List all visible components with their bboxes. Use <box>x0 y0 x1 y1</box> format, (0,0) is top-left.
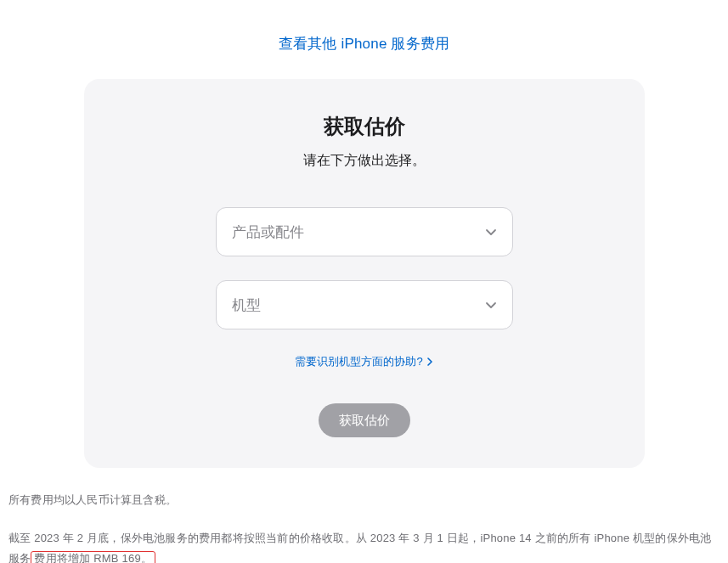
help-link-label: 需要识别机型方面的协助? <box>295 354 422 369</box>
product-select-placeholder: 产品或配件 <box>232 222 304 242</box>
product-select[interactable]: 产品或配件 <box>216 207 513 256</box>
card-subtitle: 请在下方做出选择。 <box>127 152 602 170</box>
chevron-down-icon <box>485 226 497 238</box>
price-increase-highlight: 费用将增加 RMB 169。 <box>31 551 155 563</box>
get-estimate-button[interactable]: 获取估价 <box>319 403 410 437</box>
model-select-placeholder: 机型 <box>232 296 261 315</box>
identify-model-help-link[interactable]: 需要识别机型方面的协助? <box>295 354 432 369</box>
other-service-fees-link[interactable]: 查看其他 iPhone 服务费用 <box>279 36 450 52</box>
chevron-right-icon <box>426 358 433 366</box>
card-title: 获取估价 <box>127 113 602 140</box>
model-select[interactable]: 机型 <box>216 280 513 329</box>
footnote-price-increase: 截至 2023 年 2 月底，保外电池服务的费用都将按照当前的价格收取。从 20… <box>8 528 720 563</box>
estimate-card: 获取估价 请在下方做出选择。 产品或配件 机型 需要识别机型方面的协助? <box>84 79 645 468</box>
footnote-tax: 所有费用均以人民币计算且含税。 <box>8 490 720 510</box>
footnotes: 所有费用均以人民币计算且含税。 截至 2023 年 2 月底，保外电池服务的费用… <box>8 468 720 563</box>
chevron-down-icon <box>485 299 497 311</box>
